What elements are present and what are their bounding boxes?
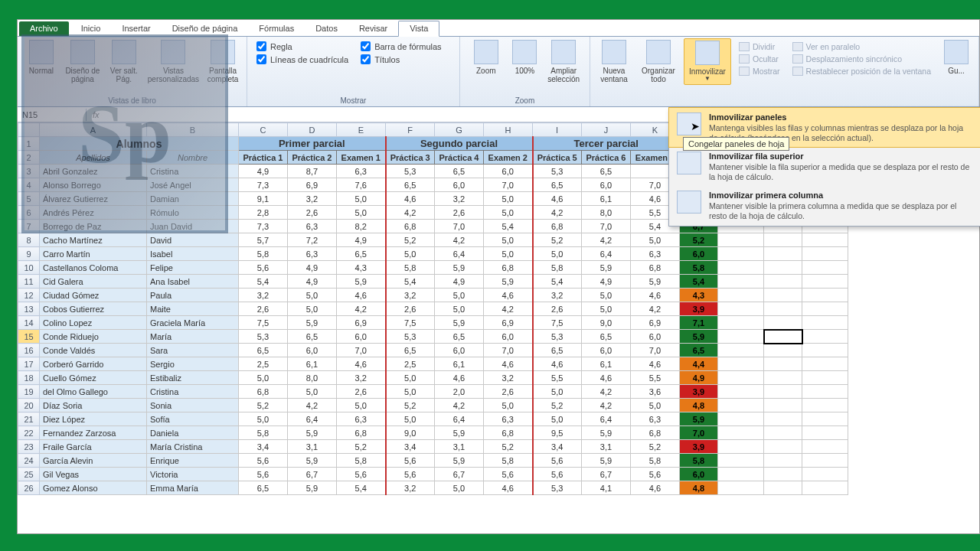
cell-value[interactable]: 3,4 (533, 440, 582, 454)
cell-value[interactable]: 2,6 (435, 206, 484, 220)
cell-value[interactable]: 5,3 (239, 330, 288, 344)
cell-value[interactable]: 5,0 (239, 412, 288, 426)
cell-value[interactable]: 2,0 (435, 385, 484, 399)
cell-value[interactable]: 5,0 (337, 206, 386, 220)
cell-value[interactable]: 5,0 (288, 302, 337, 316)
cell-value[interactable]: 6,7 (288, 468, 337, 481)
cell-average[interactable]: 4,4 (680, 357, 718, 371)
cell-value[interactable]: 5,9 (484, 275, 533, 289)
cell[interactable] (764, 316, 802, 330)
split-button[interactable]: Dividir (739, 41, 780, 52)
cell-value[interactable]: 6,9 (288, 178, 337, 192)
cell-average[interactable]: 5,4 (680, 275, 718, 289)
col-header[interactable]: H (484, 123, 533, 137)
cell-value[interactable]: 5,2 (533, 233, 582, 247)
cell-value[interactable]: 5,0 (386, 247, 435, 261)
cell[interactable] (764, 468, 802, 481)
cell[interactable] (764, 302, 802, 316)
cell[interactable] (802, 316, 848, 330)
col-header[interactable]: E (337, 123, 386, 137)
cell-value[interactable]: 4,9 (337, 233, 386, 247)
row-header[interactable]: 22 (18, 426, 40, 440)
cell-value[interactable]: 3,2 (288, 192, 337, 206)
cell[interactable] (718, 247, 764, 261)
cell-value[interactable]: 5,9 (435, 261, 484, 275)
side-by-side-button[interactable]: Ver en paralelo (792, 41, 931, 52)
cell-value[interactable]: 5,2 (631, 440, 680, 454)
cell[interactable] (764, 426, 802, 440)
cell-average[interactable]: 3,9 (680, 385, 718, 399)
row-header[interactable]: 19 (18, 385, 40, 399)
cell-nombre[interactable]: María Cristina (147, 440, 239, 454)
cell-value[interactable]: 7,3 (239, 178, 288, 192)
cell[interactable] (764, 454, 802, 468)
cell-nombre[interactable]: Estibaliz (147, 371, 239, 385)
cell-value[interactable]: 2,6 (337, 385, 386, 399)
cell-value[interactable]: 5,0 (386, 385, 435, 399)
cell-nombre[interactable]: Emma María (147, 481, 239, 495)
cell-nombre[interactable]: Victoria (147, 468, 239, 481)
cell-value[interactable]: 4,6 (533, 357, 582, 371)
cell-value[interactable]: 5,8 (337, 454, 386, 468)
cell[interactable] (764, 399, 802, 412)
row-header[interactable]: 16 (18, 344, 40, 357)
cell-value[interactable]: 3,2 (533, 289, 582, 302)
cell[interactable] (718, 316, 764, 330)
cell-value[interactable]: 5,6 (386, 454, 435, 468)
cell-value[interactable]: 6,0 (337, 330, 386, 344)
cell[interactable] (802, 468, 848, 481)
show-button[interactable]: Mostrar (739, 66, 780, 77)
row-header[interactable]: 10 (18, 261, 40, 275)
cell-value[interactable]: 5,0 (582, 302, 631, 316)
cell-value[interactable]: 6,5 (533, 178, 582, 192)
row-header[interactable]: 13 (18, 302, 40, 316)
cell[interactable] (764, 412, 802, 426)
cell-value[interactable]: 5,2 (484, 440, 533, 454)
row-header[interactable]: 5 (18, 192, 40, 206)
row-header[interactable]: 4 (18, 178, 40, 192)
cell-value[interactable]: 6,0 (631, 330, 680, 344)
new-window-button[interactable]: Nueva ventana (595, 38, 633, 85)
cell[interactable] (802, 399, 848, 412)
cell-nombre[interactable]: Paula (147, 289, 239, 302)
cell-value[interactable]: 5,6 (386, 468, 435, 481)
cell-value[interactable]: 6,0 (582, 344, 631, 357)
cell-apellido[interactable]: Fraile García (40, 440, 147, 454)
cell[interactable] (718, 454, 764, 468)
cell-apellido[interactable]: del Olmo Gallego (40, 385, 147, 399)
cell-value[interactable]: 2,6 (386, 302, 435, 316)
cell-value[interactable]: 8,0 (582, 206, 631, 220)
row-header[interactable]: 15 (18, 330, 40, 344)
cell-value[interactable]: 5,9 (582, 426, 631, 440)
cell-nombre[interactable]: Felipe (147, 261, 239, 275)
cell-value[interactable]: 3,4 (386, 440, 435, 454)
cell-value[interactable]: 6,0 (582, 178, 631, 192)
view-fullscreen-button[interactable]: Pantalla completa (204, 38, 242, 85)
cell-value[interactable]: 5,9 (288, 316, 337, 330)
cell-value[interactable]: 6,0 (484, 165, 533, 178)
cell[interactable] (718, 426, 764, 440)
cell-value[interactable]: 6,9 (484, 316, 533, 330)
cell-average[interactable]: 7,0 (680, 426, 718, 440)
col-header[interactable]: C (239, 123, 288, 137)
cell-value[interactable]: 5,8 (631, 454, 680, 468)
row-header[interactable]: 14 (18, 316, 40, 330)
cell-value[interactable]: 4,9 (288, 275, 337, 289)
cell-value[interactable]: 4,1 (582, 481, 631, 495)
cell-value[interactable]: 5,2 (386, 233, 435, 247)
cell-value[interactable]: 5,4 (239, 275, 288, 289)
cell[interactable] (718, 357, 764, 371)
cell-value[interactable]: 6,0 (484, 330, 533, 344)
cell-value[interactable]: 5,6 (533, 468, 582, 481)
cell-value[interactable]: 5,9 (435, 316, 484, 330)
cell-average[interactable]: 5,9 (680, 412, 718, 426)
cell-value[interactable]: 4,6 (484, 289, 533, 302)
cell[interactable] (802, 440, 848, 454)
cell[interactable] (802, 302, 848, 316)
cell-apellido[interactable]: Conde Valdés (40, 344, 147, 357)
cell-average[interactable]: 3,9 (680, 440, 718, 454)
freeze-first-col-option[interactable]: Inmovilizar primera columnaMantener visi… (669, 186, 980, 225)
cell-value[interactable]: 6,8 (386, 220, 435, 233)
cell-apellido[interactable]: Andrés Pérez (40, 206, 147, 220)
cell-value[interactable]: 5,3 (386, 165, 435, 178)
